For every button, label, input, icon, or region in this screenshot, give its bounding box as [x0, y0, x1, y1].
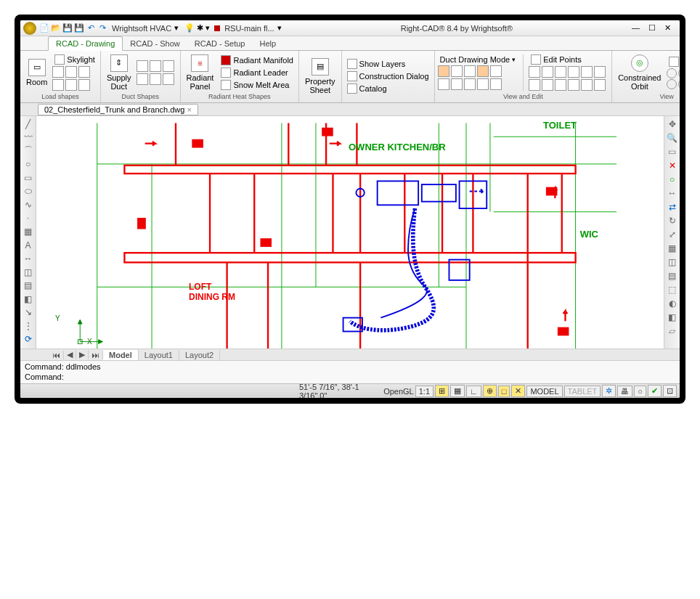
project-dropdown[interactable]: Wrightsoft HVAC — [112, 24, 171, 33]
rotate-icon[interactable]: ↻ — [664, 214, 680, 227]
nav-next-icon[interactable]: ▶ — [76, 350, 89, 359]
text-tool-icon[interactable]: A — [20, 239, 36, 252]
status-otrack-icon[interactable]: ✕ — [511, 385, 525, 397]
status-tablet-toggle[interactable]: TABLET — [564, 386, 601, 397]
show-layers-button[interactable]: Show Layers — [345, 58, 431, 70]
tab-help[interactable]: Help — [252, 37, 283, 50]
region-tool-icon[interactable]: ◧ — [20, 293, 36, 306]
snow-melt-button[interactable]: Snow Melt Area — [219, 79, 296, 91]
line-tool-icon[interactable]: ╱ — [20, 118, 36, 131]
catalog-button[interactable]: Catalog — [345, 83, 431, 94]
tool-icon[interactable]: ⬚ — [664, 283, 680, 296]
tab-drawing[interactable]: RCAD - Drawing — [48, 36, 123, 51]
radiant-leader-button[interactable]: Radiant Leader — [219, 67, 296, 78]
plan-view-button[interactable]: Plan View — [667, 56, 680, 68]
edit-icon[interactable] — [555, 79, 566, 91]
command-area[interactable]: Command: ddlmodes Command: — [20, 360, 680, 383]
select-icon[interactable]: ▭ — [664, 145, 680, 158]
status-osnap-icon[interactable]: □ — [498, 386, 510, 397]
saveas-icon[interactable]: 💾 — [74, 23, 84, 33]
bulb-icon[interactable]: 💡 — [184, 23, 195, 33]
table-tool-icon[interactable]: ▤ — [20, 279, 36, 292]
block-tool-icon[interactable]: ◫ — [20, 266, 36, 279]
edit-icon[interactable] — [581, 79, 593, 91]
maximize-button[interactable]: ☐ — [648, 23, 656, 33]
mode-icon[interactable] — [464, 65, 476, 77]
save-icon[interactable]: 💾 — [62, 23, 73, 33]
document-tab[interactable]: 02_Chesterfield_Trunk and Branch.dwg — [38, 104, 198, 115]
rect-tool-icon[interactable]: ▭ — [20, 171, 36, 184]
view-icon[interactable] — [667, 68, 677, 78]
status-print-icon[interactable]: 🖶 — [617, 386, 632, 397]
close-button[interactable]: ✕ — [664, 23, 671, 33]
layout-tab-1[interactable]: Layout1 — [139, 350, 179, 360]
shape-icon[interactable] — [78, 79, 90, 91]
arc-tool-icon[interactable]: ⌒ — [20, 144, 36, 158]
hatch-tool-icon[interactable]: ▦ — [20, 225, 36, 238]
nav-last-icon[interactable]: ⏭ — [89, 351, 103, 359]
mode-icon[interactable] — [451, 65, 463, 77]
duct-icon[interactable] — [163, 60, 174, 72]
status-bulb-icon[interactable]: ○ — [634, 386, 646, 397]
circle-icon[interactable]: ○ — [664, 173, 680, 186]
edit-points-button[interactable]: Edit Points — [529, 54, 609, 65]
mode-icon[interactable] — [490, 78, 502, 90]
mirror-icon[interactable]: ⇄ — [664, 200, 680, 213]
status-gear-icon[interactable]: ✲ — [602, 385, 616, 397]
zoom-icon[interactable]: 🔍 — [664, 131, 680, 144]
open-icon[interactable]: 📂 — [51, 23, 61, 33]
radiant-panel-button[interactable]: ≡Radiant Panel — [184, 53, 217, 92]
tool-icon[interactable]: ▦ — [664, 242, 680, 255]
spline-tool-icon[interactable]: ∿ — [20, 198, 36, 211]
refresh-icon[interactable]: ⟳ — [20, 333, 36, 346]
status-ratio[interactable]: 1:1 — [415, 386, 434, 397]
point-tool-icon[interactable]: · — [20, 212, 36, 225]
view-icon[interactable] — [678, 68, 680, 78]
record-icon[interactable] — [214, 25, 220, 31]
nav-prev-icon[interactable]: ◀ — [64, 350, 76, 359]
tool-icon[interactable]: ◫ — [664, 256, 680, 269]
skylight-button[interactable]: Skylight — [52, 54, 97, 65]
shape-icon[interactable] — [65, 79, 77, 91]
status-model-toggle[interactable]: MODEL — [526, 386, 562, 397]
app-logo-icon[interactable] — [23, 22, 36, 35]
view-icon[interactable] — [667, 79, 677, 89]
edit-icon[interactable] — [555, 66, 566, 78]
property-sheet-button[interactable]: ▤Property Sheet — [302, 57, 338, 96]
redo-icon[interactable]: ↷ — [97, 23, 107, 33]
mode-icon[interactable] — [451, 78, 463, 90]
edit-icon[interactable] — [568, 79, 579, 91]
tab-setup[interactable]: RCAD - Setup — [187, 37, 253, 50]
construction-dialog-button[interactable]: Construction Dialog — [345, 70, 431, 82]
edit-icon[interactable] — [542, 66, 553, 78]
duct-drawing-mode[interactable]: Duct Drawing Mode ▾ — [438, 54, 518, 65]
layout-tab-2[interactable]: Layout2 — [179, 350, 220, 360]
mode-icon[interactable] — [464, 78, 476, 90]
more-tool-icon[interactable]: ⋮ — [20, 319, 36, 333]
dim-tool-icon[interactable]: ↔ — [20, 252, 36, 265]
leader-tool-icon[interactable]: ↘ — [20, 306, 36, 319]
shape-icon[interactable] — [52, 79, 64, 91]
new-icon[interactable]: 📄 — [39, 23, 49, 33]
delete-icon[interactable]: ✕ — [664, 159, 680, 172]
room-button[interactable]: ▭Room — [23, 57, 50, 88]
view-icon[interactable] — [678, 79, 680, 89]
mode-icon[interactable] — [438, 78, 449, 90]
status-snap-icon[interactable]: ⊞ — [435, 385, 449, 397]
constrained-orbit-button[interactable]: ◎Constrained Orbit — [615, 53, 664, 92]
status-check-icon[interactable]: ✔ — [648, 385, 662, 397]
status-polar-icon[interactable]: ⊕ — [483, 385, 497, 397]
drawing-canvas[interactable]: TOILET WIC OWNER KITCHEN/BR LOFT DINING … — [36, 116, 664, 349]
edit-icon[interactable] — [581, 66, 593, 78]
mode-icon[interactable] — [490, 65, 502, 77]
edit-icon[interactable] — [529, 66, 540, 78]
edit-icon[interactable] — [594, 66, 606, 78]
duct-icon[interactable] — [150, 73, 161, 85]
edit-icon[interactable] — [568, 66, 579, 78]
shape-icon[interactable] — [52, 66, 64, 78]
tab-show[interactable]: RCAD - Show — [123, 37, 187, 50]
tool-icon[interactable]: ▱ — [664, 325, 680, 338]
status-ortho-icon[interactable]: ∟ — [466, 386, 481, 397]
edit-icon[interactable] — [594, 79, 606, 91]
command-prompt[interactable]: Command: — [25, 372, 675, 382]
